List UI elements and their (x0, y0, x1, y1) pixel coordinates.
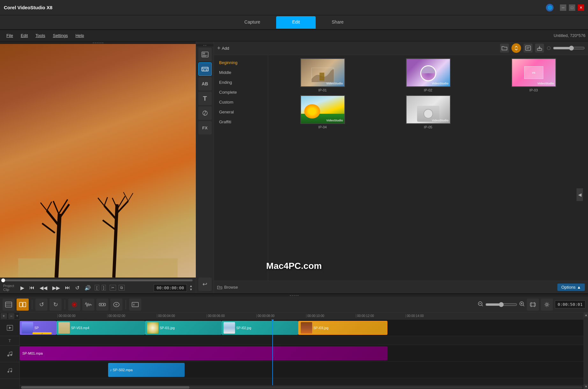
thumb-ip05[interactable]: ▶ VideoStudio IP-05 (377, 95, 479, 129)
instant-project-button[interactable] (198, 62, 212, 76)
effect-tool-button[interactable] (198, 106, 212, 120)
svg-line-69 (9, 352, 12, 352)
audio-tool-button[interactable]: ↩ (198, 277, 212, 291)
media-tool-button[interactable] (198, 48, 212, 61)
folder-icon-button[interactable] (500, 44, 509, 53)
video-track-header[interactable] (0, 320, 19, 336)
fx-button[interactable]: FX (198, 121, 212, 134)
progress-bar[interactable] (3, 279, 193, 281)
scroll-down-button[interactable]: ▼ (584, 384, 588, 389)
tab-capture[interactable]: Capture (228, 16, 276, 29)
minimize-button[interactable]: ─ (560, 4, 566, 11)
scroll-thumb-area[interactable] (584, 317, 588, 384)
clip-sp[interactable]: SP ♪ (20, 321, 56, 335)
menu-file[interactable]: File (3, 32, 17, 39)
svg-marker-64 (9, 327, 11, 329)
text-overlay-button[interactable]: T (129, 299, 141, 311)
clip-spi01[interactable]: SP-I01.jpg (145, 321, 222, 335)
tab-edit[interactable]: Edit (276, 16, 316, 29)
scrollbar-thumb[interactable] (21, 386, 189, 389)
clip-sps02[interactable]: ♪ SP-S02.mpa (108, 363, 185, 377)
time-code-display: 0:00:50:01 (555, 300, 585, 308)
step-forward-button[interactable]: ▶▶ (51, 284, 61, 292)
undo-button[interactable]: ↺ (35, 299, 48, 311)
tab-share[interactable]: Share (316, 16, 359, 29)
text-track-header[interactable]: T (0, 336, 19, 346)
browse-button[interactable]: Browse (217, 285, 238, 290)
svg-line-13 (112, 198, 117, 209)
playhead[interactable] (272, 320, 273, 385)
time-spinner-up[interactable]: ▲▼ (189, 284, 193, 291)
scrollbar-track[interactable] (21, 386, 582, 389)
close-button[interactable]: ✕ (578, 4, 584, 11)
svg-line-72 (9, 368, 12, 369)
music-track-header[interactable] (0, 346, 19, 362)
vertical-scrollbar: ▲ ▼ (584, 313, 588, 389)
audio-waveform-button[interactable] (82, 299, 94, 311)
remove-track-button[interactable]: − (8, 313, 15, 319)
mark-out-button[interactable]: ] (102, 285, 106, 291)
clip-spm01[interactable]: SP-M01.mpa (20, 346, 387, 360)
redo-button[interactable]: ↻ (49, 299, 62, 311)
thumb-ip02[interactable]: ▶ VideoStudio IP-02 (377, 58, 479, 92)
panel-collapse-button[interactable]: ◀ (577, 188, 583, 201)
cat-complete[interactable]: Complete (214, 87, 268, 97)
cat-general[interactable]: General (214, 107, 268, 117)
clip-properties-button[interactable] (96, 299, 108, 311)
repeat-button[interactable]: ↺ (74, 284, 81, 292)
scroll-up-button[interactable]: ▲ (584, 313, 588, 317)
record-button[interactable] (68, 299, 80, 311)
thumb-ip01[interactable]: 4K VideoStudio IP-01 (271, 58, 374, 92)
fit-timeline-button[interactable] (527, 299, 539, 311)
thumb-ip03[interactable]: ▶ VS VideoStudio IP-03 (482, 58, 585, 92)
cat-beginning[interactable]: Beginning (214, 58, 268, 68)
globe-button[interactable]: 🌐 (546, 4, 554, 11)
svg-point-62 (546, 304, 548, 306)
mark-in-button[interactable]: [ (95, 285, 99, 291)
export-icon-button[interactable] (535, 44, 544, 53)
text-tool-button[interactable]: T (198, 92, 212, 105)
svg-rect-46 (99, 303, 106, 306)
timeline-settings-button[interactable] (541, 299, 553, 311)
fx-timeline-button[interactable] (110, 299, 122, 311)
clip-project-labels: Project Clip (3, 284, 14, 292)
timeline-view-button[interactable] (3, 299, 15, 311)
menu-tools[interactable]: Tools (32, 32, 49, 39)
go-to-start-button[interactable]: ⏮ (28, 284, 36, 291)
options-button[interactable]: Options ▲ (557, 284, 585, 291)
clip-spi03[interactable]: SP-I03.jpg (298, 321, 387, 335)
clip-spv03[interactable]: SP-V03.mp4 (56, 321, 145, 335)
cat-middle[interactable]: Middle (214, 68, 268, 77)
title-tool-button[interactable]: AB (198, 77, 212, 90)
storyboard-view-button[interactable] (17, 299, 29, 311)
go-to-end-button[interactable]: ⏭ (64, 284, 71, 291)
playback-bar: Project Clip ▶ ⏮ ◀◀ ▶▶ ⏭ ↺ 🔊 [ ] ✂ ⧉ 00:… (0, 277, 196, 293)
menu-settings[interactable]: Settings (49, 32, 72, 39)
menu-edit[interactable]: Edit (17, 32, 32, 39)
clip-spi02[interactable]: SP-I02.jpg (222, 321, 298, 335)
ruler-tick-3: 00:00:06:00 (207, 314, 256, 318)
cat-custom[interactable]: Custom (214, 97, 268, 107)
sfx-track-header[interactable] (0, 362, 19, 379)
add-track-button[interactable]: + (1, 313, 7, 319)
cat-ending[interactable]: Ending (214, 77, 268, 87)
copy-button[interactable]: ⧉ (119, 285, 125, 291)
cat-graffiti[interactable]: Graffiti (214, 117, 268, 127)
svg-line-8 (47, 202, 52, 211)
sort-icon-button[interactable] (511, 43, 521, 53)
step-back-button[interactable]: ◀◀ (38, 284, 48, 292)
maximize-button[interactable]: □ (569, 4, 575, 11)
cut-button[interactable]: ✂ (110, 285, 116, 291)
clip-spm01-label: SP-M01.mpa (22, 351, 43, 355)
volume-button[interactable]: 🔊 (83, 284, 92, 292)
tag-icon-button[interactable] (524, 44, 533, 53)
play-button[interactable]: ▶ (19, 284, 26, 292)
menu-help[interactable]: Help (72, 32, 88, 39)
svg-line-16 (104, 197, 107, 206)
size-slider[interactable] (553, 46, 585, 51)
add-button[interactable]: + Add (217, 45, 229, 52)
zoom-out-button[interactable] (478, 301, 483, 308)
timeline-zoom-slider[interactable] (485, 302, 517, 307)
zoom-in-button[interactable] (519, 301, 525, 308)
thumb-ip04[interactable]: 4K VideoStudio IP-04 (271, 95, 374, 129)
